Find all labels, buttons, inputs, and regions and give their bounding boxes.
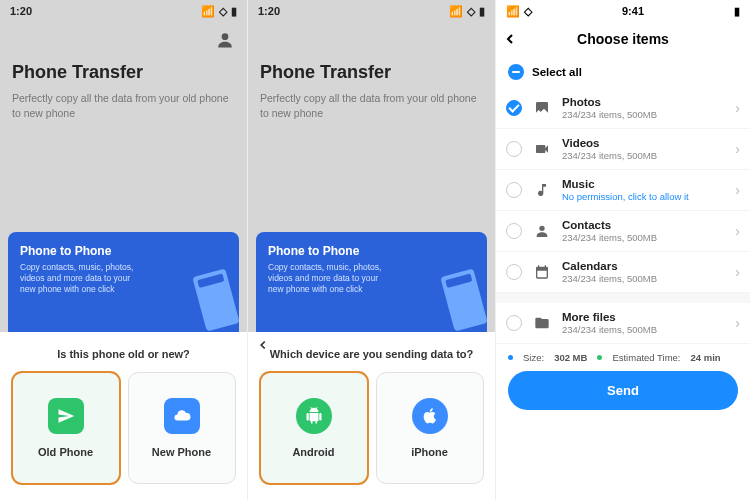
eta-label: Estimated Time: (612, 352, 680, 363)
header: Choose items (496, 22, 750, 56)
item-meta: 234/234 items, 500MB (562, 232, 725, 243)
choice-sheet: Which device are you sending data to? An… (248, 332, 495, 500)
send-button[interactable]: Send (508, 371, 738, 410)
select-all-indeterminate-icon (508, 64, 524, 80)
iphone-card[interactable]: iPhone (376, 372, 484, 484)
status-time: 1:20 (10, 5, 32, 17)
battery-icon: ▮ (734, 5, 740, 18)
checkbox[interactable] (506, 182, 522, 198)
item-calendars[interactable]: Calendars 234/234 items, 500MB › (496, 252, 750, 293)
question-text: Which device are you sending data to? (256, 348, 487, 360)
wifi-icon: ◇ (467, 5, 475, 18)
phones-illustration (199, 272, 233, 328)
checkbox[interactable] (506, 315, 522, 331)
item-contacts[interactable]: Contacts 234/234 items, 500MB › (496, 211, 750, 252)
videos-icon (532, 141, 552, 157)
folder-icon (532, 315, 552, 331)
choice-cards: Android iPhone (256, 372, 487, 484)
footer-meta: Size: 302 MB Estimated Time: 24 min (508, 352, 738, 363)
item-meta: 234/234 items, 500MB (562, 324, 725, 335)
item-permission-link[interactable]: No permission, click to allow it (562, 191, 725, 202)
chevron-right-icon: › (735, 264, 740, 280)
status-time: 1:20 (258, 5, 280, 17)
old-phone-label: Old Phone (38, 446, 93, 458)
chevron-right-icon: › (735, 141, 740, 157)
battery-icon: ▮ (479, 5, 485, 18)
checkbox[interactable] (506, 264, 522, 280)
screen-choose-items: 📶 ◇ 9:41 ▮ Choose items Select all Ph (496, 0, 750, 500)
eta-dot-icon (597, 355, 602, 360)
old-phone-card[interactable]: Old Phone (12, 372, 120, 484)
chevron-right-icon: › (735, 223, 740, 239)
hero-area: Phone Transfer Perfectly copy all the da… (248, 22, 495, 332)
screens-container: 1:20 📶 ◇ ▮ Phone Transfer Perfectly copy… (0, 0, 750, 500)
phones-illustration (447, 272, 481, 328)
screen-old-or-new: 1:20 📶 ◇ ▮ Phone Transfer Perfectly copy… (0, 0, 248, 500)
item-photos[interactable]: Photos 234/234 items, 500MB › (496, 88, 750, 129)
card-title: Phone to Phone (268, 244, 475, 258)
chevron-right-icon: › (735, 182, 740, 198)
profile-icon[interactable] (215, 30, 235, 54)
chevron-right-icon: › (735, 100, 740, 116)
page-subtitle: Perfectly copy all the data from your ol… (12, 91, 235, 120)
status-bar: 1:20 📶 ◇ ▮ (0, 0, 247, 22)
svg-point-0 (222, 33, 229, 40)
card-title: Phone to Phone (20, 244, 227, 258)
screen-target-device: 1:20 📶 ◇ ▮ Phone Transfer Perfectly copy… (248, 0, 496, 500)
back-button[interactable] (256, 338, 270, 356)
new-phone-icon (164, 398, 200, 434)
page-title: Phone Transfer (12, 22, 235, 83)
item-name: Photos (562, 96, 725, 108)
item-name: More files (562, 311, 725, 323)
android-label: Android (292, 446, 334, 458)
select-all-label: Select all (532, 66, 582, 78)
signal-icon: 📶 (506, 5, 520, 18)
item-name: Contacts (562, 219, 725, 231)
section-gap (496, 293, 750, 303)
phone-to-phone-card[interactable]: Phone to Phone Copy contacts, music, pho… (8, 232, 239, 332)
signal-icon: 📶 (449, 5, 463, 18)
phone-to-phone-card[interactable]: Phone to Phone Copy contacts, music, pho… (256, 232, 487, 332)
item-music[interactable]: Music No permission, click to allow it › (496, 170, 750, 211)
battery-icon: ▮ (231, 5, 237, 18)
size-value: 302 MB (554, 352, 587, 363)
status-icons-left: 📶 ◇ (506, 5, 532, 18)
apple-icon (412, 398, 448, 434)
card-desc: Copy contacts, music, photos, videos and… (268, 262, 382, 295)
calendars-icon (532, 264, 552, 280)
wifi-icon: ◇ (219, 5, 227, 18)
iphone-label: iPhone (411, 446, 448, 458)
hero-area: Phone Transfer Perfectly copy all the da… (0, 22, 247, 332)
item-videos[interactable]: Videos 234/234 items, 500MB › (496, 129, 750, 170)
status-bar: 📶 ◇ 9:41 ▮ (496, 0, 750, 22)
android-icon (296, 398, 332, 434)
item-name: Calendars (562, 260, 725, 272)
card-desc: Copy contacts, music, photos, videos and… (20, 262, 134, 295)
page-title: Choose items (577, 31, 669, 47)
item-name: Music (562, 178, 725, 190)
new-phone-label: New Phone (152, 446, 211, 458)
back-button[interactable] (502, 31, 518, 51)
status-icons: 📶 ◇ ▮ (201, 5, 237, 18)
item-meta: 234/234 items, 500MB (562, 109, 725, 120)
chevron-right-icon: › (735, 315, 740, 331)
footer: Size: 302 MB Estimated Time: 24 min Send (496, 344, 750, 420)
signal-icon: 📶 (201, 5, 215, 18)
svg-point-1 (539, 226, 544, 231)
checkbox[interactable] (506, 100, 522, 116)
select-all-row[interactable]: Select all (496, 56, 750, 88)
status-bar: 1:20 📶 ◇ ▮ (248, 0, 495, 22)
new-phone-card[interactable]: New Phone (128, 372, 236, 484)
old-phone-icon (48, 398, 84, 434)
item-more-files[interactable]: More files 234/234 items, 500MB › (496, 303, 750, 344)
status-icons-right: ▮ (734, 5, 740, 18)
page-title: Phone Transfer (260, 22, 483, 83)
photos-icon (532, 100, 552, 116)
question-text: Is this phone old or new? (8, 348, 239, 360)
wifi-icon: ◇ (524, 5, 532, 18)
checkbox[interactable] (506, 141, 522, 157)
item-meta: 234/234 items, 500MB (562, 273, 725, 284)
checkbox[interactable] (506, 223, 522, 239)
android-card[interactable]: Android (260, 372, 368, 484)
contacts-icon (532, 223, 552, 239)
